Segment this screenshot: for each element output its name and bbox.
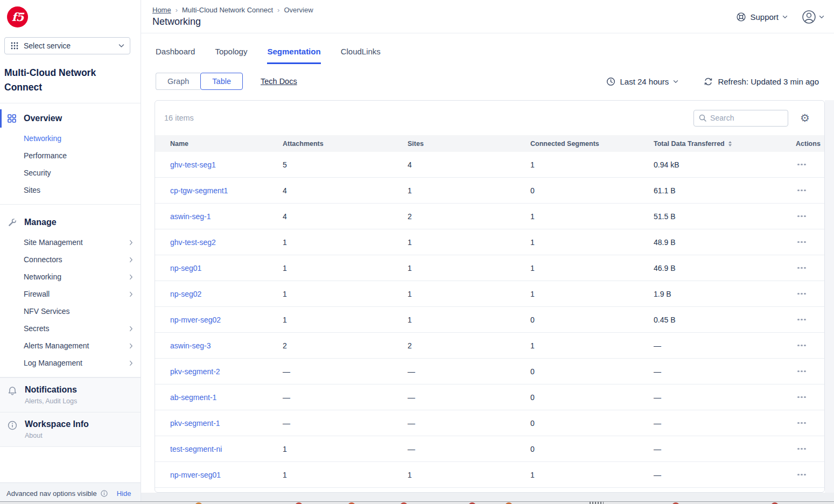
row-actions-button[interactable] xyxy=(796,420,807,426)
sidebar-item-performance[interactable]: Performance xyxy=(0,147,141,164)
support-lifebuoy-icon xyxy=(736,12,746,22)
sidebar-item-security[interactable]: Security xyxy=(0,164,141,181)
cell-attachments: — xyxy=(283,367,408,376)
row-actions-button[interactable] xyxy=(796,368,807,375)
row-actions-button[interactable] xyxy=(796,472,807,478)
viewport-bottom-edge xyxy=(0,501,834,504)
segment-name-link[interactable]: aswin-seg-3 xyxy=(170,341,211,350)
search-input[interactable] xyxy=(710,114,783,122)
cell-total-data-transferred: — xyxy=(654,445,783,453)
sidebar-item-secrets[interactable]: Secrets xyxy=(0,320,141,337)
table-view-button[interactable]: Table xyxy=(200,73,243,90)
row-actions-button[interactable] xyxy=(796,265,807,271)
time-range-label: Last 24 hours xyxy=(620,77,669,86)
column-header-attachments[interactable]: Attachments xyxy=(283,140,408,148)
tab-topology[interactable]: Topology xyxy=(215,47,247,64)
row-actions-button[interactable] xyxy=(796,213,807,220)
tab-bar: Dashboard Topology Segmentation CloudLin… xyxy=(141,33,834,64)
table-row: aswin-seg-3221— xyxy=(155,333,824,359)
row-actions-button[interactable] xyxy=(796,342,807,349)
cell-connected-segments: 0 xyxy=(530,419,654,428)
cell-connected-segments: 1 xyxy=(530,238,654,247)
refresh-icon xyxy=(704,77,713,86)
segment-name-link[interactable]: cp-tgw-segment1 xyxy=(170,186,228,195)
sidebar-item-overview[interactable]: Overview xyxy=(0,110,141,127)
segment-name-link[interactable]: np-mver-seg01 xyxy=(170,471,221,479)
segment-name-link[interactable]: aswin-seg-1 xyxy=(170,212,211,221)
breadcrumb-overview: Overview xyxy=(284,6,313,14)
overview-subnav: NetworkingPerformanceSecuritySites xyxy=(0,130,141,204)
sort-icon[interactable] xyxy=(728,141,732,146)
chevron-right-icon xyxy=(129,240,133,246)
row-actions-button[interactable] xyxy=(796,446,807,452)
sidebar-item-site-management[interactable]: Site Management xyxy=(0,234,141,251)
breadcrumb-home[interactable]: Home xyxy=(152,6,171,14)
column-header-connected-segments[interactable]: Connected Segments xyxy=(530,140,654,148)
sidebar-item-sites[interactable]: Sites xyxy=(0,181,141,199)
segment-name-link[interactable]: pkv-segment-1 xyxy=(170,419,220,428)
row-actions-button[interactable] xyxy=(796,187,807,194)
cell-total-data-transferred: 0.45 B xyxy=(654,316,783,324)
f5-logo: f5 xyxy=(7,6,28,27)
cell-attachments: — xyxy=(283,419,408,428)
chevron-right-icon xyxy=(129,326,133,332)
sidebar-item-notifications[interactable]: Notifications Alerts, Audit Logs xyxy=(0,377,141,412)
sidebar-item-networking[interactable]: Networking xyxy=(0,130,141,147)
sidebar-item-manage[interactable]: Manage xyxy=(0,214,141,230)
column-header-name[interactable]: Name xyxy=(170,140,283,148)
segment-name-link[interactable]: np-seg01 xyxy=(170,264,201,272)
graph-view-button[interactable]: Graph xyxy=(156,73,200,90)
column-header-total-data-transferred[interactable]: Total Data Transferred xyxy=(654,140,783,148)
row-actions-button[interactable] xyxy=(796,162,807,168)
segment-name-link[interactable]: test-segment-ni xyxy=(170,445,222,453)
select-service-dropdown[interactable]: Select service xyxy=(4,37,130,54)
table-row: ghv-test-seg15410.94 kB xyxy=(155,152,824,178)
chevron-right-icon xyxy=(129,274,133,280)
segment-name-link[interactable]: ghv-test-seg2 xyxy=(170,238,216,247)
sidebar-item-connectors[interactable]: Connectors xyxy=(0,251,141,268)
tab-cloudlinks[interactable]: CloudLinks xyxy=(341,47,381,64)
cell-sites: 4 xyxy=(408,160,530,169)
table-row: np-mver-seg021100.45 B xyxy=(155,307,824,333)
sidebar-item-nfv-services[interactable]: NFV Services xyxy=(0,303,141,320)
sidebar-item-alerts-management[interactable]: Alerts Management xyxy=(0,337,141,354)
account-menu[interactable] xyxy=(802,10,824,24)
table-row: pkv-segment-2——0— xyxy=(155,359,824,384)
cell-connected-segments: 0 xyxy=(530,445,654,453)
tech-docs-link[interactable]: Tech Docs xyxy=(261,77,297,86)
sidebar-item-networking[interactable]: Networking xyxy=(0,268,141,285)
cell-sites: 1 xyxy=(408,471,530,479)
row-actions-button[interactable] xyxy=(796,394,807,401)
support-menu[interactable]: Support xyxy=(736,12,788,22)
segment-name-link[interactable]: np-mver-seg02 xyxy=(170,316,221,324)
refresh-button[interactable]: Refresh: Updated 3 min ago xyxy=(704,77,819,86)
tab-dashboard[interactable]: Dashboard xyxy=(156,47,195,64)
sidebar-item-label: Site Management xyxy=(24,238,83,247)
row-actions-button[interactable] xyxy=(796,239,807,246)
hide-advanced-nav-link[interactable]: Hide xyxy=(117,489,131,498)
sidebar-item-firewall[interactable]: Firewall xyxy=(0,285,141,303)
sidebar-item-workspace-info[interactable]: Workspace Info About xyxy=(0,412,141,446)
cell-total-data-transferred: 46.9 B xyxy=(654,264,783,272)
cell-total-data-transferred: — xyxy=(654,341,783,350)
breadcrumb-mcn-connect[interactable]: Multi-Cloud Network Connect xyxy=(182,6,273,14)
row-actions-button[interactable] xyxy=(796,317,807,323)
cell-attachments: 4 xyxy=(283,186,408,195)
chevron-right-icon xyxy=(129,343,133,349)
table-row: cp-tgw-segment141061.1 B xyxy=(155,178,824,204)
segment-name-link[interactable]: pkv-segment-2 xyxy=(170,367,220,376)
advanced-nav-text: Advanced nav options visible xyxy=(6,489,97,498)
segment-name-link[interactable]: ab-segment-1 xyxy=(170,393,216,402)
breadcrumb-separator: › xyxy=(277,6,279,14)
row-actions-button[interactable] xyxy=(796,291,807,297)
segment-name-link[interactable]: ghv-test-seg1 xyxy=(170,160,216,169)
time-range-dropdown[interactable]: Last 24 hours xyxy=(606,77,678,86)
sidebar-item-log-management[interactable]: Log Management xyxy=(0,354,141,372)
table-settings-gear-icon[interactable]: ⚙ xyxy=(800,113,810,123)
table-row: pkv-segment-1——0— xyxy=(155,410,824,436)
segment-name-link[interactable]: np-seg02 xyxy=(170,290,201,298)
tab-segmentation[interactable]: Segmentation xyxy=(267,47,320,64)
column-header-actions: Actions xyxy=(796,140,824,148)
search-icon xyxy=(699,114,706,122)
column-header-sites[interactable]: Sites xyxy=(408,140,530,148)
